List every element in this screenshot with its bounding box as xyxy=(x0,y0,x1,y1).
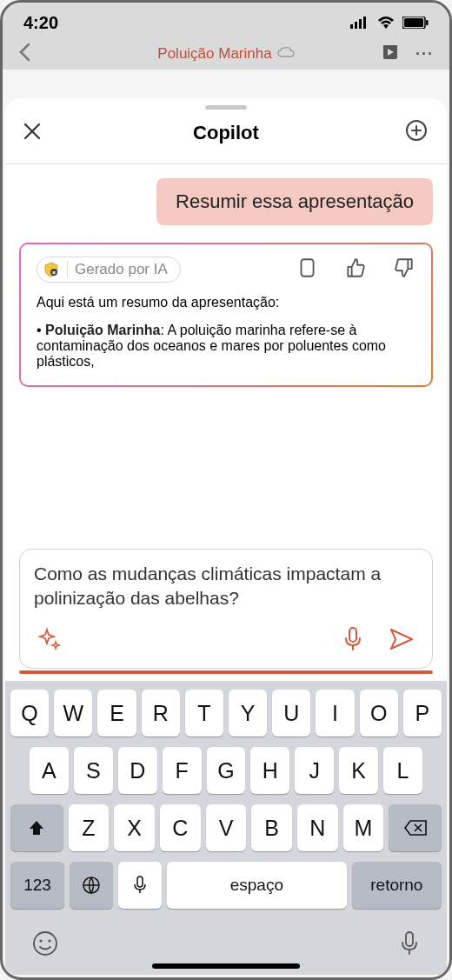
cloud-icon xyxy=(277,45,295,63)
svg-rect-3 xyxy=(363,17,366,29)
copy-button[interactable] xyxy=(296,257,318,283)
svg-rect-13 xyxy=(137,877,143,887)
space-key[interactable]: espaço xyxy=(167,862,347,909)
key-s[interactable]: S xyxy=(74,747,113,794)
new-chat-button[interactable] xyxy=(403,118,429,148)
key-v[interactable]: V xyxy=(206,804,247,851)
key-w[interactable]: W xyxy=(54,690,92,737)
status-time: 4:20 xyxy=(23,13,58,33)
svg-rect-0 xyxy=(350,24,353,29)
globe-key[interactable] xyxy=(70,862,113,909)
key-e[interactable]: E xyxy=(97,690,136,737)
key-o[interactable]: O xyxy=(360,690,398,737)
wifi-icon xyxy=(376,13,396,33)
svg-rect-2 xyxy=(359,19,362,29)
shift-key[interactable] xyxy=(10,804,63,851)
key-f[interactable]: F xyxy=(163,747,202,794)
key-a[interactable]: A xyxy=(30,747,69,794)
ai-bullet-title: Poluição Marinha xyxy=(45,323,160,337)
close-button[interactable] xyxy=(23,120,42,147)
background-app-header: Poluição Marinha ··· xyxy=(3,38,449,70)
status-bar: 4:20 xyxy=(3,3,449,38)
key-p[interactable]: P xyxy=(403,690,442,737)
svg-rect-5 xyxy=(404,18,423,27)
key-k[interactable]: K xyxy=(339,747,378,794)
home-indicator[interactable] xyxy=(152,963,300,969)
key-z[interactable]: Z xyxy=(69,804,110,851)
ai-intro-text: Aqui está um resumo da apresentação: xyxy=(37,295,415,310)
key-b[interactable]: B xyxy=(251,804,292,851)
key-t[interactable]: T xyxy=(185,690,223,737)
battery-icon xyxy=(402,13,429,33)
thumbs-down-button[interactable] xyxy=(393,257,415,283)
ai-generated-badge: Gerado por IA xyxy=(37,257,181,283)
thumbs-up-button[interactable] xyxy=(344,257,367,283)
svg-point-15 xyxy=(39,939,42,942)
numbers-key[interactable]: 123 xyxy=(10,862,64,909)
background-title: Poluição Marinha xyxy=(157,45,271,63)
return-key[interactable]: retorno xyxy=(352,862,442,909)
input-text[interactable]: Como as mudanças climáticas impactam a p… xyxy=(34,562,418,614)
keyboard-row-2: A S D F G H J K L xyxy=(10,747,442,794)
ai-message: Gerado por IA Aqui está um xyxy=(19,243,433,387)
more-icon[interactable]: ··· xyxy=(415,45,434,63)
keyboard: Q W E R T Y U I O P A S D F G H J K L Z xyxy=(5,681,447,975)
keyboard-row-3: Z X C V B N M xyxy=(10,804,442,851)
svg-rect-9 xyxy=(53,271,56,274)
input-card[interactable]: Como as mudanças climáticas impactam a p… xyxy=(19,549,433,669)
emoji-key[interactable] xyxy=(31,930,59,961)
send-button[interactable] xyxy=(389,627,415,655)
user-message-text: Resumir essa apresentação xyxy=(176,190,414,212)
key-g[interactable]: G xyxy=(207,747,246,794)
keyboard-row-1: Q W E R T Y U I O P xyxy=(10,690,442,737)
ai-badge-label: Gerado por IA xyxy=(67,261,168,278)
svg-point-16 xyxy=(48,939,50,942)
sheet-title: Copilot xyxy=(5,122,447,144)
present-icon[interactable] xyxy=(381,43,400,66)
back-chevron-icon[interactable] xyxy=(18,43,30,66)
svg-rect-6 xyxy=(426,20,429,25)
svg-rect-11 xyxy=(349,628,356,642)
key-u[interactable]: U xyxy=(272,690,310,737)
svg-rect-1 xyxy=(355,22,357,29)
svg-rect-10 xyxy=(302,259,314,277)
ai-bullet-item: • Poluição Marinha: A poluição marinha r… xyxy=(37,323,415,370)
signal-icon xyxy=(350,13,369,33)
key-h[interactable]: H xyxy=(250,747,289,794)
key-y[interactable]: Y xyxy=(229,690,267,737)
backspace-key[interactable] xyxy=(389,804,442,851)
user-message: Resumir essa apresentação xyxy=(156,178,433,225)
key-r[interactable]: R xyxy=(142,690,180,737)
svg-point-14 xyxy=(34,932,56,955)
key-n[interactable]: N xyxy=(297,804,338,851)
dictation-key[interactable] xyxy=(118,862,162,909)
keyboard-row-4: 123 espaço retorno xyxy=(10,862,442,909)
svg-rect-17 xyxy=(406,932,413,946)
key-i[interactable]: I xyxy=(316,690,354,737)
key-d[interactable]: D xyxy=(118,747,157,794)
key-q[interactable]: Q xyxy=(10,690,49,737)
key-l[interactable]: L xyxy=(383,747,422,794)
keyboard-mic-key[interactable] xyxy=(398,930,421,961)
accent-underline xyxy=(19,670,433,674)
key-c[interactable]: C xyxy=(160,804,201,851)
shield-icon xyxy=(43,261,60,278)
copilot-sheet: Copilot Resumir essa apresentação Gerado… xyxy=(5,98,447,975)
key-x[interactable]: X xyxy=(114,804,155,851)
key-j[interactable]: J xyxy=(295,747,334,794)
mic-button[interactable] xyxy=(342,626,364,656)
sparkle-icon[interactable] xyxy=(37,627,62,655)
key-m[interactable]: M xyxy=(343,804,384,851)
